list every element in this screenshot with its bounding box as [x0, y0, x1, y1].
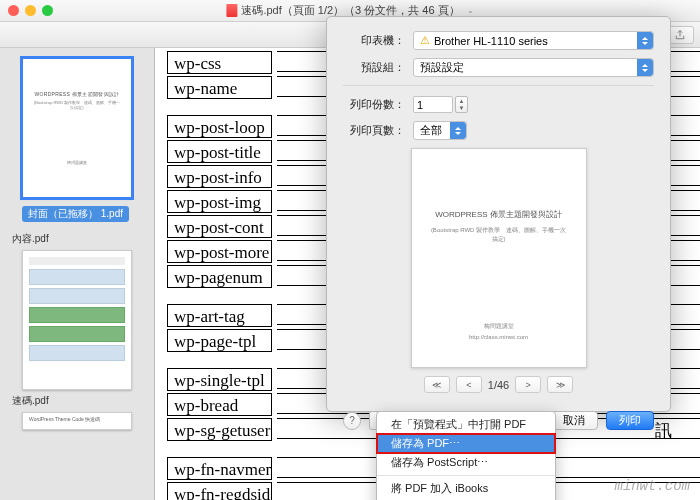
printer-select[interactable]: ⚠︎ Brother HL-1110 series	[413, 31, 654, 50]
table-cell: wp-post-img	[167, 190, 272, 213]
warning-icon: ⚠︎	[420, 34, 430, 47]
page-next-button[interactable]: >	[515, 376, 541, 393]
table-cell: wp-fn-regdsid	[167, 482, 272, 500]
print-dialog: 印表機： ⚠︎ Brother HL-1110 series 預設組： 預設設定…	[326, 16, 671, 412]
table-cell: wp-post-info	[167, 165, 272, 188]
menu-add-ibooks[interactable]: 將 PDF 加入 iBooks	[377, 479, 555, 498]
preset-select[interactable]: 預設設定	[413, 58, 654, 77]
section-label-content[interactable]: 內容.pdf	[8, 232, 146, 246]
copies-label: 列印份數：	[343, 97, 405, 112]
table-cell: wp-single-tpl	[167, 368, 272, 391]
copies-stepper[interactable]: ▲▼	[455, 96, 468, 113]
minimize-icon[interactable]	[25, 5, 36, 16]
page-last-button[interactable]: ≫	[547, 376, 573, 393]
menu-open-preview[interactable]: 在「預覽程式」中打開 PDF	[377, 415, 555, 434]
thumbnail-label: 封面（已拖移） 1.pdf	[22, 206, 129, 222]
table-cell: wp-sg-getuser	[167, 418, 272, 441]
printer-label: 印表機：	[343, 33, 405, 48]
table-cell: wp-post-cont	[167, 215, 272, 238]
table-cell: wp-art-tag	[167, 304, 272, 327]
help-button[interactable]: ?	[343, 412, 361, 430]
pages-label: 列印頁數：	[343, 123, 405, 138]
page-first-button[interactable]: ≪	[424, 376, 450, 393]
preset-label: 預設組：	[343, 60, 405, 75]
watermark: minwt.com	[614, 478, 690, 494]
pdf-file-icon	[226, 4, 237, 17]
copies-input[interactable]	[413, 96, 453, 113]
thumbnail-content[interactable]	[22, 250, 132, 390]
thumbnail-sidebar: WORDPRESS 佈景主題開發與設計 (Bootstrap RWD 製作教學 …	[0, 48, 155, 500]
zoom-icon[interactable]	[42, 5, 53, 16]
thumbnail-cover[interactable]: WORDPRESS 佈景主題開發與設計 (Bootstrap RWD 製作教學 …	[22, 58, 132, 198]
page-indicator: 1/46	[488, 379, 509, 391]
table-cell: wp-page-tpl	[167, 329, 272, 352]
print-preview: WORDPRESS 佈景主題開發與設計 (Bootstrap RWD 製作教學 …	[411, 148, 587, 368]
table-cell: wp-css	[167, 51, 272, 74]
close-icon[interactable]	[8, 5, 19, 16]
table-cell: wp-name	[167, 76, 272, 99]
chevron-down-icon[interactable]: ⌄	[467, 6, 474, 15]
print-button[interactable]: 列印	[606, 411, 654, 430]
menu-save-as-pdf[interactable]: 儲存為 PDF⋯	[377, 434, 555, 453]
table-cell: wp-post-title	[167, 140, 272, 163]
table-cell: wp-post-more	[167, 240, 272, 263]
table-cell: wp-pagenum	[167, 265, 272, 288]
section-label-quick[interactable]: 速碼.pdf	[8, 394, 146, 408]
table-cell: wp-fn-navmenu	[167, 457, 272, 480]
table-cell: wp-post-loop	[167, 115, 272, 138]
table-cell: wp-bread	[167, 393, 272, 416]
pdf-menu: 在「預覽程式」中打開 PDF 儲存為 PDF⋯ 儲存為 PostScript⋯ …	[376, 411, 556, 500]
page-prev-button[interactable]: <	[456, 376, 482, 393]
menu-save-postscript[interactable]: 儲存為 PostScript⋯	[377, 453, 555, 472]
pages-select[interactable]: 全部	[413, 121, 467, 140]
cancel-button[interactable]: 取消	[550, 411, 598, 430]
thumbnail-quick[interactable]: WordPress Theme Code 快速碼	[22, 412, 132, 430]
